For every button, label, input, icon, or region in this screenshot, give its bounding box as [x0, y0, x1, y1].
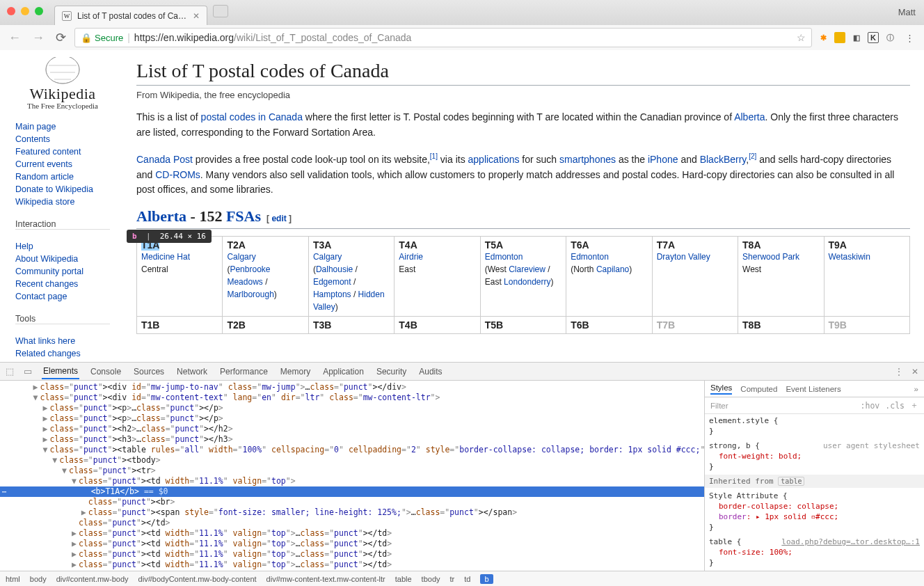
breadcrumb-item[interactable]: b [480, 574, 493, 584]
devtools-tab[interactable]: Performance [218, 364, 269, 379]
link-blackberry[interactable]: BlackBerry [700, 154, 747, 165]
devtools-tab[interactable]: Console [89, 364, 122, 379]
add-rule-icon[interactable]: ＋ [910, 400, 918, 411]
fsa-cell: T3B [308, 317, 394, 334]
city-link[interactable]: Sherwood Park [742, 252, 799, 262]
window-controls[interactable] [7, 7, 43, 15]
sidebar-link[interactable]: Contents [15, 134, 50, 144]
elements-tree[interactable]: ▶class="punct"><div id="mw-jump-to-nav" … [0, 381, 704, 571]
devtools-close-icon[interactable]: ✕ [911, 367, 918, 377]
breadcrumb-item[interactable]: tbody [422, 575, 440, 583]
city-link[interactable]: Airdrie [399, 252, 423, 262]
device-toggle-icon[interactable]: ▭ [24, 366, 32, 377]
page-viewport: Wikipedia The Free Encyclopedia Main pag… [0, 50, 924, 362]
devtools-tab[interactable]: Memory [279, 364, 312, 379]
link-fsas[interactable]: FSAs [226, 207, 261, 225]
fsa-cell: T2B [223, 317, 308, 334]
sidebar-link[interactable]: Help [15, 241, 33, 251]
link-cdroms[interactable]: CD-ROMs [155, 169, 200, 180]
city-link[interactable]: Medicine Hat [141, 252, 190, 262]
css-rules[interactable]: element.style { } user agent stylesheets… [705, 414, 924, 571]
sidebar-link[interactable]: Community portal [15, 267, 83, 276]
address-bar[interactable]: 🔒 Secure | https://en.wikipedia.org/wiki… [74, 28, 812, 47]
styles-filter-row: Filter :hov .cls ＋ [705, 397, 924, 414]
sidebar-link[interactable]: Contact page [15, 292, 67, 301]
footnote-link[interactable]: [1] [430, 152, 438, 160]
element-inspect-tooltip: b | 26.44 × 16 [127, 230, 212, 243]
city-link[interactable]: Wetaskiwin [829, 252, 870, 262]
maximize-window-icon[interactable] [35, 7, 43, 15]
close-tab-icon[interactable]: ✕ [193, 11, 200, 21]
edit-link[interactable]: edit [271, 214, 286, 223]
extension-icon[interactable] [834, 32, 845, 43]
link-applications[interactable]: applications [468, 154, 520, 165]
breadcrumb-item[interactable]: div#bodyContent.mw-body-content [138, 575, 257, 583]
fsa-cell: T7ADrayton Valley [652, 237, 738, 317]
sidebar-link[interactable]: Recent changes [15, 279, 78, 289]
extension-icon[interactable]: ✱ [818, 32, 829, 43]
city-link[interactable]: Edmonton [485, 252, 523, 262]
secure-badge[interactable]: 🔒 Secure [81, 33, 123, 43]
breadcrumb-item[interactable]: td [464, 575, 470, 583]
devtools-tab[interactable]: Network [175, 364, 209, 379]
link-canada-post[interactable]: Canada Post [136, 154, 193, 165]
sidebar-link[interactable]: About Wikipedia [15, 254, 78, 264]
cls-toggle[interactable]: .cls [885, 401, 905, 411]
link-iphone[interactable]: iPhone [648, 154, 678, 165]
link-postal-codes[interactable]: postal codes in Canada [201, 111, 303, 122]
sidebar-link[interactable]: Current events [15, 159, 72, 169]
city-link[interactable]: Calgary [227, 252, 255, 262]
breadcrumb-item[interactable]: div#content.mw-body [56, 575, 129, 583]
sidebar-link[interactable]: Wikipedia store [15, 197, 74, 207]
browser-tab[interactable]: W List of T postal codes of Canad ✕ [54, 6, 207, 25]
minimize-window-icon[interactable] [21, 7, 29, 15]
breadcrumb-item[interactable]: body [30, 575, 47, 583]
styles-tab[interactable]: Styles [710, 383, 732, 395]
event-listeners-tab[interactable]: Event Listeners [786, 385, 841, 393]
breadcrumb-item[interactable]: div#mw-content-text.mw-content-ltr [266, 575, 385, 583]
computed-tab[interactable]: Computed [740, 385, 777, 393]
devtools-tab[interactable]: Sources [132, 364, 166, 379]
profile-label[interactable]: Matt [898, 7, 916, 17]
devtools-menu-icon[interactable]: ⋮ [895, 367, 903, 377]
sidebar-link[interactable]: Related changes [15, 349, 81, 358]
city-link[interactable]: Edmonton [571, 252, 609, 262]
link-alberta[interactable]: Alberta [734, 111, 765, 122]
link-smartphones[interactable]: smartphones [559, 154, 616, 165]
new-tab-button[interactable] [213, 5, 228, 17]
hov-toggle[interactable]: :hov [861, 401, 880, 411]
sidebar-link[interactable]: Random article [15, 172, 74, 182]
footnote-link[interactable]: [2] [749, 152, 756, 160]
elements-breadcrumb[interactable]: htmlbodydiv#content.mw-bodydiv#bodyConte… [0, 571, 924, 586]
filter-label[interactable]: Filter [710, 402, 728, 410]
breadcrumb-item[interactable]: html [6, 575, 20, 583]
city-link[interactable]: Calgary [313, 252, 342, 262]
fsa-cell: T5AEdmonton(West Clareview / East London… [480, 237, 566, 317]
sidebar-link[interactable]: Featured content [15, 147, 81, 157]
extension-icon[interactable]: K [868, 32, 879, 43]
extension-icon[interactable]: ◧ [851, 32, 862, 43]
extension-icon[interactable]: ⓘ [884, 32, 895, 43]
close-window-icon[interactable] [7, 7, 15, 15]
sidebar-link[interactable]: Main page [15, 122, 56, 132]
back-button[interactable]: ← [6, 31, 24, 45]
bookmark-star-icon[interactable]: ☆ [797, 32, 806, 43]
url-path: /wiki/List_of_T_postal_codes_of_Canada [234, 32, 411, 43]
browser-menu-icon[interactable]: ⋮ [901, 33, 918, 43]
more-icon[interactable]: » [914, 385, 918, 393]
section-edit: [ edit ] [266, 214, 292, 223]
wikipedia-logo-icon[interactable] [15, 57, 110, 85]
devtools-tab[interactable]: Elements [42, 363, 79, 379]
link-alberta-heading[interactable]: Alberta [136, 207, 186, 225]
breadcrumb-item[interactable]: tr [450, 575, 455, 583]
reload-button[interactable]: ⟳ [53, 30, 69, 45]
sidebar-link[interactable]: Donate to Wikipedia [15, 184, 93, 194]
devtools-tab[interactable]: Application [321, 364, 365, 379]
breadcrumb-item[interactable]: table [395, 575, 412, 583]
devtools-tab[interactable]: Audits [417, 364, 443, 379]
devtools-tab[interactable]: Security [375, 364, 408, 379]
sidebar-link[interactable]: What links here [15, 336, 75, 346]
city-link[interactable]: Drayton Valley [657, 252, 710, 262]
inspect-element-icon[interactable]: ⬚ [6, 366, 14, 377]
forward-button[interactable]: → [29, 31, 47, 45]
